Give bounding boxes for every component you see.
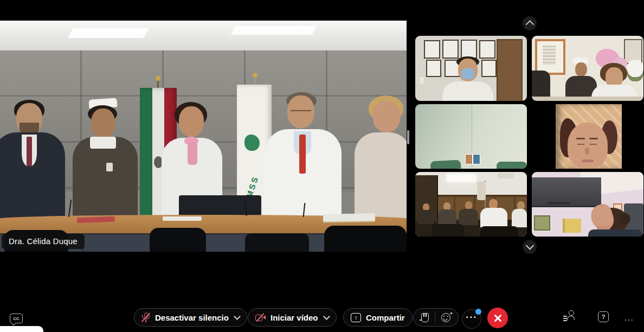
small-photo (465, 154, 473, 164)
portrait-frame (461, 40, 477, 59)
face (91, 108, 115, 138)
portrait-frame (426, 60, 441, 77)
cardigan-torso (73, 137, 138, 227)
bottom-left-overlay (0, 326, 43, 332)
participant-thumbnail[interactable] (532, 172, 643, 237)
glasses (291, 106, 311, 111)
hair-bun (620, 213, 630, 224)
start-video-button[interactable]: Iniciar vídeo (248, 308, 337, 327)
green-chair (430, 160, 461, 169)
green-chair (497, 162, 527, 169)
ellipsis-icon: ··· (624, 316, 634, 324)
white-coat-torso (442, 81, 493, 101)
cabinet-handle (548, 202, 570, 204)
meeting-window: IMSS (0, 0, 644, 332)
office-chair (324, 226, 407, 252)
hang-up-button[interactable] (487, 308, 508, 328)
collar (90, 137, 116, 149)
light-switch (420, 77, 424, 84)
sidebar-resize-handle[interactable] (407, 130, 409, 144)
chair-back (432, 224, 464, 237)
closed-eye (577, 144, 584, 145)
participant-thumbnail[interactable] (532, 36, 643, 101)
reactions-divider (435, 312, 435, 322)
share-screen-icon: ↑ (351, 313, 361, 322)
flag-finial (156, 76, 160, 81)
nose-shadow (585, 148, 589, 155)
torso (417, 210, 434, 224)
face (179, 106, 204, 137)
face (575, 62, 587, 76)
face (287, 95, 314, 128)
cc-label: CC (13, 316, 20, 321)
scroll-up-button[interactable] (523, 16, 537, 30)
white-flowers (627, 60, 643, 81)
closed-eye (590, 144, 597, 145)
flag-cloth (477, 182, 486, 200)
overflow-menu-button[interactable]: ··· (624, 315, 634, 324)
tie (27, 137, 32, 166)
shoulder (588, 229, 642, 237)
eyebrow (576, 138, 585, 139)
small-photo (473, 154, 480, 164)
portrait-frame (479, 40, 495, 59)
participant-thumbnail[interactable] (532, 104, 643, 169)
portrait-frame (481, 60, 497, 77)
face-mask (461, 68, 474, 79)
speaker-name-label: Dra. Célida Duque (2, 234, 85, 249)
picture-sketch (543, 46, 556, 65)
flag-finial (253, 73, 257, 78)
ceiling-light (68, 28, 149, 38)
yellow-box (563, 219, 581, 233)
participant-thumbnail[interactable] (415, 172, 527, 237)
raise-hand-button[interactable] (421, 313, 429, 322)
participant-right-woman (352, 93, 407, 227)
closed-captions-icon: CC (10, 314, 23, 323)
badge (106, 163, 113, 171)
microphone-off-icon (141, 312, 150, 323)
table-edge (532, 97, 643, 101)
portrait-frame (442, 40, 459, 59)
camera-off-icon (255, 314, 266, 322)
torso (355, 132, 407, 227)
door (497, 39, 523, 101)
emoji-reaction-button[interactable]: + (441, 313, 450, 322)
white-coat-torso (480, 208, 507, 227)
main-video[interactable]: IMSS (0, 21, 407, 252)
torso (459, 209, 478, 225)
vent (498, 173, 514, 178)
chevron-down-icon (323, 313, 330, 320)
chevron-up-icon (525, 20, 534, 29)
face (373, 101, 400, 132)
reactions-group: + (413, 308, 459, 327)
office-chair (245, 233, 309, 252)
office-chair (150, 228, 206, 252)
participant-thumbnail[interactable] (415, 36, 527, 101)
pink-scarf (188, 142, 197, 165)
share-label: Compartir (366, 313, 405, 322)
imss-logo (244, 135, 260, 151)
participant-suited-man (0, 97, 70, 227)
eyebrow (589, 138, 598, 139)
share-button[interactable]: ↑ Compartir (343, 308, 413, 327)
notification-dot (475, 309, 481, 315)
unmute-button[interactable]: Desactivar silencio (134, 308, 247, 327)
red-tie (299, 135, 306, 174)
chevron-down-icon (525, 241, 534, 250)
question-bubble-icon: ? (598, 311, 609, 322)
documents-white (163, 216, 202, 221)
ceiling-light (231, 26, 317, 35)
green-board (534, 215, 550, 231)
documents-stack (323, 213, 375, 222)
lips (582, 159, 594, 162)
unmute-label: Desactivar silencio (155, 313, 229, 322)
chevron-down-icon (234, 313, 241, 320)
face (465, 201, 472, 209)
scroll-down-button[interactable] (523, 240, 537, 254)
ceiling-light (447, 174, 476, 182)
portrait-frame (424, 40, 440, 59)
participant-nurse (70, 97, 141, 227)
participant-thumbnail[interactable] (415, 104, 527, 169)
cc-indicator[interactable]: CC (10, 314, 23, 323)
chat-help-button[interactable]: ? (598, 311, 609, 322)
